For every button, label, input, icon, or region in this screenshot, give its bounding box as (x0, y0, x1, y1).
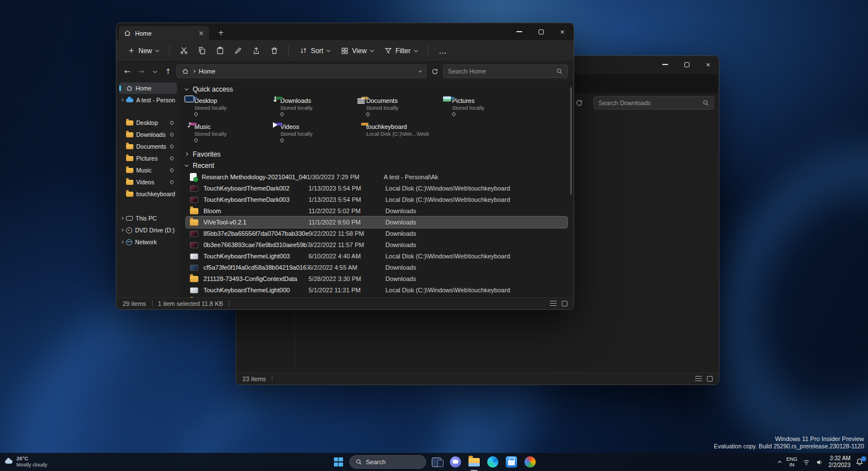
tray-date: 2/2/2023 (828, 462, 850, 469)
section-favorites[interactable]: Favorites (185, 149, 567, 159)
expand-chevron-icon[interactable] (120, 228, 124, 232)
breadcrumb[interactable]: Home (199, 68, 215, 75)
details-view-toggle[interactable] (695, 376, 702, 381)
taskbar-app[interactable] (429, 454, 445, 470)
up-button[interactable]: ↑ (163, 65, 173, 77)
delete-button[interactable] (266, 43, 282, 59)
cut-button[interactable] (176, 43, 192, 59)
quick-access-tile[interactable]: Documents Stored locally (358, 96, 444, 120)
clock[interactable]: 3:32 AM 2/2/2023 (828, 455, 850, 469)
quick-access-tile[interactable]: Music Stored locally (186, 122, 272, 146)
file-row[interactable]: TouchKeyboardThemeLight000 5/1/2022 11:3… (186, 284, 567, 296)
folder-icon (126, 120, 133, 126)
sidebar-item-folder[interactable]: touchkeyboard (119, 188, 177, 200)
new-button[interactable]: New (123, 44, 163, 58)
filter-button[interactable]: Filter (380, 44, 422, 58)
scrollbar[interactable] (570, 87, 572, 195)
sidebar-item-folder[interactable]: Pictures (119, 153, 177, 164)
sidebar-item-drive[interactable]: DVD Drive (D:) CCC (119, 224, 177, 236)
tab-close-icon[interactable]: × (198, 29, 204, 37)
drives-list: This PC DVD Drive (D:) CCC Network (119, 213, 177, 248)
section-recent[interactable]: Recent (185, 160, 567, 171)
sidebar-item-drive[interactable]: This PC (119, 213, 177, 224)
sidebar-item-drive[interactable]: Network (119, 236, 177, 248)
taskbar-app[interactable] (485, 454, 501, 470)
minimize-button[interactable] (509, 23, 530, 40)
quick-access-tile[interactable]: Downloads Stored locally (272, 96, 358, 120)
quick-access-tile[interactable]: Desktop Stored locally (186, 96, 272, 120)
file-name: Bloom (203, 208, 309, 214)
close-button[interactable]: × (697, 56, 719, 73)
file-name: TouchKeyboardThemeLight000 (203, 287, 309, 293)
taskbar-app[interactable] (522, 454, 538, 470)
back-button[interactable]: ← (122, 65, 133, 77)
rename-button[interactable] (230, 43, 246, 59)
new-tab-button[interactable]: + (216, 27, 226, 37)
search-input[interactable]: Search Downloads (593, 96, 714, 110)
sidebar-item-onedrive[interactable]: A test - Personal (119, 94, 177, 106)
taskbar: 26°C Mostly cloudy Search (0, 453, 868, 471)
weather-widget[interactable]: 26°C Mostly cloudy (5, 456, 47, 468)
taskbar-search[interactable]: Search (349, 455, 426, 469)
large-icons-view-toggle[interactable] (562, 301, 567, 306)
sidebar-item-folder[interactable]: Videos (119, 176, 177, 188)
expand-chevron-icon[interactable] (120, 240, 124, 244)
file-date: 1/13/2023 5:54 PM (309, 196, 385, 203)
sidebar-item-folder[interactable]: Documents (119, 141, 177, 152)
copy-button[interactable] (194, 43, 210, 59)
file-row[interactable]: Bloom 11/2/2022 5:02 PM Downloads (186, 205, 567, 217)
notification-bell-icon[interactable] (856, 458, 863, 466)
taskbar-app[interactable] (466, 454, 482, 470)
forward-button[interactable]: → (136, 65, 146, 77)
language-indicator[interactable]: ENG IN (787, 456, 798, 468)
app-icon (524, 456, 536, 468)
item-count: 29 items (123, 300, 146, 307)
view-button[interactable]: View (336, 44, 377, 58)
file-row[interactable]: 85bb37e2ba65556f7da07047bab330e3534c80a2… (186, 228, 567, 239)
expand-chevron-icon[interactable] (120, 98, 124, 102)
tab-home[interactable]: Home × (119, 26, 209, 40)
expand-chevron-icon[interactable] (120, 217, 124, 220)
address-box[interactable]: Home (176, 64, 427, 78)
address-dropdown-icon[interactable] (419, 69, 422, 72)
recent-locations-button[interactable] (149, 65, 160, 77)
file-row[interactable]: TouchKeyboardThemeDark002 1/13/2023 5:54… (186, 183, 567, 194)
file-row[interactable]: TouchKeyboardThemeLight003 6/10/2022 4:4… (186, 250, 567, 262)
search-input[interactable]: Search Home (443, 64, 568, 78)
tray-overflow-chevron[interactable] (778, 460, 782, 464)
maximize-button[interactable] (676, 56, 697, 73)
minimize-button[interactable] (654, 56, 676, 73)
close-button[interactable]: × (552, 23, 573, 40)
start-button[interactable] (331, 454, 346, 470)
large-icons-view-toggle[interactable] (707, 376, 713, 382)
taskbar-app[interactable] (504, 454, 519, 470)
refresh-button[interactable] (429, 65, 440, 77)
sidebar-item-folder[interactable]: Downloads (119, 129, 177, 140)
file-row[interactable]: 211128-73493-ConfigContextData 5/28/2022… (186, 273, 567, 284)
volume-icon[interactable] (815, 459, 823, 466)
quick-access-tile[interactable]: Videos Stored locally (272, 122, 358, 146)
sidebar-item-folder[interactable]: Music (119, 165, 177, 176)
quick-access-tile[interactable]: Pictures Stored locally (444, 96, 530, 120)
file-row[interactable]: 0b3ee7663893cae76e9bd310aee59b70d76cc476… (186, 239, 567, 250)
file-row[interactable]: TouchKeyboardThemeDark003 1/13/2023 5:54… (186, 194, 567, 205)
refresh-button[interactable] (575, 99, 588, 107)
network-icon[interactable] (802, 459, 810, 466)
sort-button[interactable]: Sort (295, 44, 334, 58)
sidebar-item-folder[interactable]: Desktop (119, 117, 177, 128)
paste-button[interactable] (212, 43, 228, 59)
details-view-toggle[interactable] (550, 301, 557, 306)
section-quick-access[interactable]: Quick access (185, 84, 567, 94)
sidebar-item-home[interactable]: Home (119, 83, 177, 94)
more-options-button[interactable]: … (435, 46, 452, 55)
taskbar-app[interactable] (448, 454, 463, 470)
file-row[interactable]: ViVeTool-v0.2.1 11/1/2022 9:50 PM Downlo… (186, 217, 567, 228)
file-name: 211128-73493-ConfigContextData (203, 275, 309, 282)
quick-access-tile[interactable]: touchkeyboard Local Disk (C:)\Win...\Web (358, 122, 444, 146)
maximize-button[interactable] (530, 23, 552, 40)
share-button[interactable] (248, 43, 264, 59)
main-explorer-window[interactable]: Home × + × New (116, 23, 574, 310)
home-icon (126, 85, 133, 92)
file-row[interactable]: cf5a73fe0f1f4a0cd58a38b04219a0167354f87f… (186, 262, 567, 273)
file-row[interactable]: Research Methodology-20210401_040256-Mee… (186, 171, 567, 183)
